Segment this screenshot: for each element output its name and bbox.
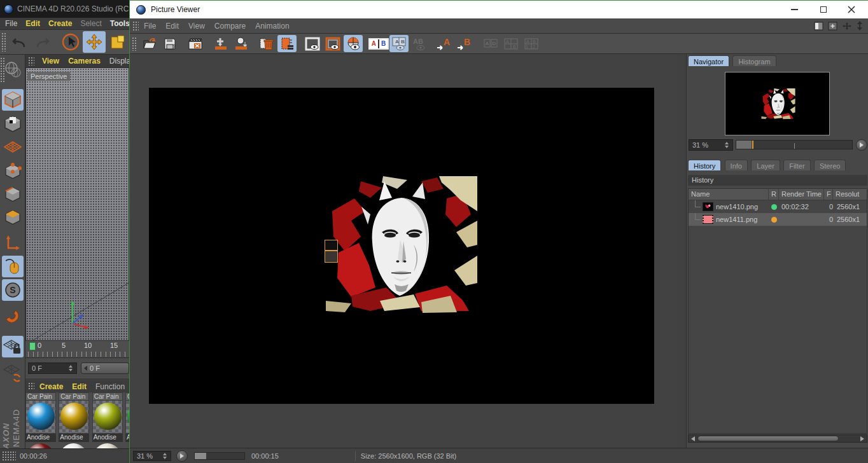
material-name[interactable]: Anodise bbox=[59, 434, 89, 442]
viewport-label[interactable]: Perspective bbox=[27, 72, 70, 81]
workplane-mode-button[interactable] bbox=[2, 136, 24, 158]
mat-menu-edit[interactable]: Edit bbox=[72, 382, 87, 391]
timeline-current-frame-marker[interactable] bbox=[29, 342, 36, 350]
scroll-right-arrow[interactable] bbox=[860, 436, 864, 441]
pv-menu-animation[interactable]: Animation bbox=[255, 22, 289, 31]
ab-overlay-button[interactable]: AB bbox=[410, 35, 429, 52]
material-sphere[interactable] bbox=[27, 443, 54, 448]
material-name[interactable]: Anodise bbox=[92, 434, 123, 442]
material-tile[interactable]: Car Pain Anodise bbox=[92, 392, 123, 448]
col-r[interactable]: R bbox=[769, 189, 779, 200]
navigator-zoom-field[interactable]: 31 % bbox=[689, 139, 733, 151]
tab-filter[interactable]: Filter bbox=[783, 160, 810, 170]
material-sphere[interactable] bbox=[60, 403, 88, 430]
col-name[interactable]: Name bbox=[689, 189, 769, 200]
layer-manager-button[interactable] bbox=[277, 35, 297, 52]
world-grid-icon[interactable] bbox=[2, 59, 24, 80]
ab-split-view-button[interactable]: AB bbox=[389, 35, 409, 52]
swap-ab-button[interactable]: AD bbox=[481, 35, 500, 52]
edges-mode-button[interactable] bbox=[2, 183, 24, 205]
navigator-zoom-slider[interactable] bbox=[736, 140, 853, 149]
points-mode-button[interactable] bbox=[2, 160, 24, 182]
compare-grid-button[interactable]: AB bbox=[501, 35, 521, 52]
save-image-button[interactable]: ? bbox=[160, 35, 179, 52]
tab-navigator[interactable]: Navigator bbox=[688, 55, 729, 66]
dock-image-button[interactable] bbox=[211, 35, 230, 52]
panel-divider[interactable] bbox=[676, 54, 687, 448]
snap-s-button[interactable]: S bbox=[2, 279, 24, 301]
vp-menu-view[interactable]: View bbox=[42, 57, 59, 66]
tab-histogram[interactable]: Histogram bbox=[732, 55, 776, 66]
c4d-menu-tools[interactable]: Tools bbox=[110, 19, 130, 28]
material-sphere[interactable] bbox=[94, 443, 121, 448]
drag-handle[interactable] bbox=[2, 451, 16, 461]
drag-handle[interactable] bbox=[1, 32, 6, 52]
texture-mode-button[interactable] bbox=[2, 113, 24, 135]
add-panel-icon[interactable] bbox=[828, 22, 837, 31]
live-selection-tool[interactable] bbox=[59, 31, 83, 53]
model-mode-button[interactable] bbox=[2, 89, 24, 111]
c4d-menu-create[interactable]: Create bbox=[48, 19, 72, 28]
c4d-menu-file[interactable]: File bbox=[5, 19, 17, 28]
vp-menu-cameras[interactable]: Cameras bbox=[68, 57, 101, 66]
mat-menu-create[interactable]: Create bbox=[39, 382, 63, 391]
move-tool[interactable] bbox=[83, 31, 106, 53]
slider-position-marker[interactable] bbox=[752, 141, 753, 149]
workplane-lock-button[interactable] bbox=[2, 336, 24, 357]
compare-sequence-button[interactable]: AB12 bbox=[522, 35, 541, 52]
viewport-solo-button[interactable] bbox=[2, 256, 24, 277]
current-frame-field[interactable]: 0 F bbox=[28, 363, 77, 374]
redo-button[interactable] bbox=[31, 31, 55, 53]
scroll-left-arrow[interactable] bbox=[691, 436, 695, 441]
mat-menu-function[interactable]: Function bbox=[95, 382, 125, 391]
pv-menu-edit[interactable]: Edit bbox=[165, 22, 179, 31]
drag-handle[interactable] bbox=[132, 37, 137, 51]
minimize-button[interactable] bbox=[781, 1, 807, 18]
history-row-selected[interactable]: new1411.png 0 2560x1 bbox=[689, 213, 867, 226]
polygons-mode-button[interactable] bbox=[2, 206, 24, 228]
c4d-menu-edit[interactable]: Edit bbox=[25, 19, 40, 28]
image-canvas-area[interactable] bbox=[130, 54, 676, 448]
scale-tool[interactable] bbox=[106, 31, 129, 53]
rgba-channels-button[interactable] bbox=[344, 35, 363, 52]
playback-progress[interactable] bbox=[194, 452, 245, 460]
tab-history[interactable]: History bbox=[688, 160, 721, 170]
horizontal-scrollbar[interactable] bbox=[688, 434, 867, 443]
rendered-image[interactable] bbox=[149, 88, 654, 404]
maximize-button[interactable] bbox=[811, 1, 836, 18]
drag-handle[interactable] bbox=[132, 21, 139, 31]
zoom-options-button[interactable] bbox=[856, 139, 867, 151]
timeline-ruler[interactable]: 0 5 10 15 bbox=[25, 341, 129, 358]
set-as-a-button[interactable]: A bbox=[435, 35, 454, 52]
frame-spinner[interactable] bbox=[67, 365, 73, 371]
tab-info[interactable]: Info bbox=[725, 160, 748, 170]
drag-handle[interactable] bbox=[28, 382, 34, 390]
multi-pass-button[interactable] bbox=[323, 35, 342, 52]
material-tile[interactable]: Car Pain Anodise bbox=[25, 392, 56, 448]
c4d-menu-select[interactable]: Select bbox=[80, 19, 101, 28]
delete-image-button[interactable] bbox=[257, 35, 276, 52]
resize-vertical-icon[interactable] bbox=[857, 21, 863, 31]
tab-layer[interactable]: Layer bbox=[751, 160, 780, 170]
navigator-thumbnail[interactable] bbox=[725, 72, 830, 135]
play-button[interactable] bbox=[176, 450, 188, 462]
status-zoom-spinner[interactable] bbox=[162, 453, 167, 459]
pv-menu-compare[interactable]: Compare bbox=[214, 22, 246, 31]
material-name[interactable]: Anodise bbox=[25, 434, 56, 442]
dock-render-button[interactable] bbox=[232, 35, 251, 52]
render-region-marker[interactable] bbox=[325, 251, 338, 263]
material-tile[interactable]: Car Pain Anodise bbox=[59, 392, 89, 448]
tab-stereo[interactable]: Stereo bbox=[814, 160, 846, 170]
col-resolution[interactable]: Resolut bbox=[833, 189, 867, 200]
c4d-titlebar[interactable]: CINEMA 4D R20.026 Studio (RC - bbox=[0, 0, 129, 18]
open-image-button[interactable] bbox=[140, 35, 159, 52]
close-button[interactable] bbox=[839, 1, 864, 18]
perspective-viewport[interactable]: Perspective bbox=[25, 67, 129, 341]
undo-button[interactable] bbox=[8, 31, 31, 53]
render-cancel-button[interactable] bbox=[186, 35, 205, 52]
pv-titlebar[interactable]: Picture Viewer bbox=[130, 1, 868, 18]
range-start-field[interactable]: 0 F bbox=[81, 363, 129, 374]
magnet-snap-button[interactable] bbox=[2, 306, 24, 328]
history-row[interactable]: new1410.png 00:02:32 0 2560x1 bbox=[689, 200, 867, 213]
scrollbar-thumb[interactable] bbox=[697, 436, 839, 441]
